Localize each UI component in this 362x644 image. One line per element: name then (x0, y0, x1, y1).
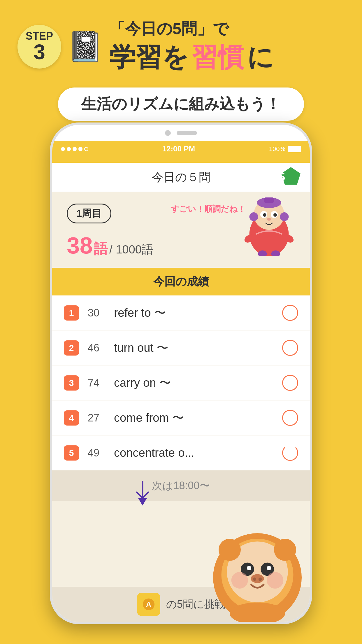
svg-point-32 (231, 572, 248, 589)
word-circle-3 (282, 375, 298, 391)
word-count: 38 (67, 232, 93, 258)
word-phrase-5: concentrate o... (114, 446, 282, 459)
nav-title: 今日の５問 (152, 169, 210, 185)
zigzag-strip (52, 157, 310, 163)
word-unit: 語 (94, 241, 108, 256)
camera-dot (165, 130, 171, 136)
signal-dots (61, 147, 88, 151)
next-session: 次は18:00〜 (52, 470, 310, 501)
word-num-badge-3: 3 (64, 375, 79, 391)
battery-icon (288, 146, 301, 152)
title-main: 学習を (109, 40, 189, 75)
lion-mascot (196, 511, 310, 622)
daruma-mascot (243, 195, 301, 259)
word-id-1: 30 (88, 307, 105, 319)
svg-text:A: A (146, 600, 151, 608)
status-right: 100% (269, 145, 301, 153)
word-list: 1 30 refer to 〜 2 46 turn out 〜 3 74 car… (52, 295, 310, 470)
speaker-grill (177, 131, 197, 135)
word-id-2: 46 (88, 342, 105, 354)
svg-point-29 (251, 574, 264, 583)
lion-svg (196, 511, 310, 622)
svg-point-7 (263, 213, 266, 217)
progress-section: 1周目 すごい！順調だね！ 38 語 / 1000語 (52, 192, 310, 268)
title-highlight: 習慣 (191, 40, 244, 75)
svg-point-23 (219, 539, 241, 561)
word-id-5: 49 (88, 447, 105, 459)
phone-mockup: 12:00 PM 100% 今日の５問 5 1周目 すごい！順調だね！ 38 語… (50, 123, 312, 624)
battery-percent: 100% (269, 145, 285, 153)
signal-dot-1 (61, 147, 65, 151)
title-line1: 「今日の5問」で (109, 18, 274, 40)
step-number: 3 (34, 41, 45, 62)
word-circle-1 (282, 305, 298, 321)
word-total: / 1000語 (109, 243, 153, 256)
svg-point-10 (249, 212, 258, 221)
word-num-badge-4: 4 (64, 410, 79, 426)
nav-badge-number: 5 (272, 167, 292, 188)
signal-dot-3 (73, 147, 77, 151)
status-bar: 12:00 PM 100% (52, 141, 310, 157)
word-circle-2 (282, 340, 298, 356)
nav-bar: 今日の５問 5 (52, 163, 310, 192)
svg-point-27 (247, 566, 251, 570)
app-icon-svg: A (140, 596, 157, 613)
word-num-badge-5: 5 (64, 445, 79, 461)
arrow-container (134, 481, 151, 508)
signal-dot-4 (78, 147, 82, 151)
daruma-svg (243, 195, 295, 256)
banner-text: 「今日の5問」で 学習を 習慣 に (109, 18, 274, 75)
svg-marker-19 (138, 498, 147, 505)
word-phrase-4: come from 〜 (114, 410, 282, 426)
svg-point-11 (280, 212, 289, 221)
app-icon: A (137, 593, 160, 616)
step-badge: STEP 3 (17, 25, 61, 69)
svg-point-30 (253, 578, 256, 581)
word-num-badge-1: 1 (64, 305, 79, 321)
svg-rect-4 (264, 197, 274, 203)
svg-point-33 (267, 572, 283, 589)
title-end: に (247, 40, 274, 75)
svg-point-8 (273, 213, 277, 217)
subtitle-bar: 生活のリズムに組み込もう！ (58, 88, 304, 121)
word-item-5[interactable]: 5 49 concentrate o... (52, 435, 310, 470)
nav-badge-container: 5 (281, 167, 301, 188)
title-line2: 学習を 習慣 に (109, 40, 274, 75)
encouragement-text: すごい！順調だね！ (171, 204, 246, 215)
step-label: STEP (26, 31, 53, 41)
word-phrase-1: refer to 〜 (114, 305, 282, 321)
word-phrase-2: turn out 〜 (114, 340, 282, 356)
svg-point-31 (259, 578, 262, 581)
book-icon: 📓 (67, 29, 103, 64)
status-time: 12:00 PM (162, 144, 195, 153)
svg-point-9 (267, 218, 271, 221)
content-area: 1周目 すごい！順調だね！ 38 語 / 1000語 (52, 192, 310, 622)
round-badge: 1周目 (67, 204, 111, 223)
top-banner: STEP 3 📓 「今日の5問」で 学習を 習慣 に (0, 0, 362, 93)
word-item-4[interactable]: 4 27 come from 〜 (52, 400, 310, 435)
signal-dot-5 (84, 147, 88, 151)
word-item-2[interactable]: 2 46 turn out 〜 (52, 330, 310, 365)
word-num-badge-2: 2 (64, 340, 79, 356)
word-circle-5 (282, 445, 298, 461)
word-id-4: 27 (88, 412, 105, 424)
arrow-icon (134, 481, 151, 507)
phone-camera (165, 130, 197, 136)
word-item-3[interactable]: 3 74 carry on 〜 (52, 365, 310, 400)
word-phrase-3: carry on 〜 (114, 375, 282, 391)
results-header: 今回の成績 (52, 268, 310, 295)
svg-point-24 (274, 539, 296, 561)
svg-point-28 (267, 566, 271, 570)
word-item-1[interactable]: 1 30 refer to 〜 (52, 295, 310, 330)
word-circle-4 (282, 410, 298, 426)
word-id-3: 74 (88, 377, 105, 389)
signal-dot-2 (67, 147, 71, 151)
